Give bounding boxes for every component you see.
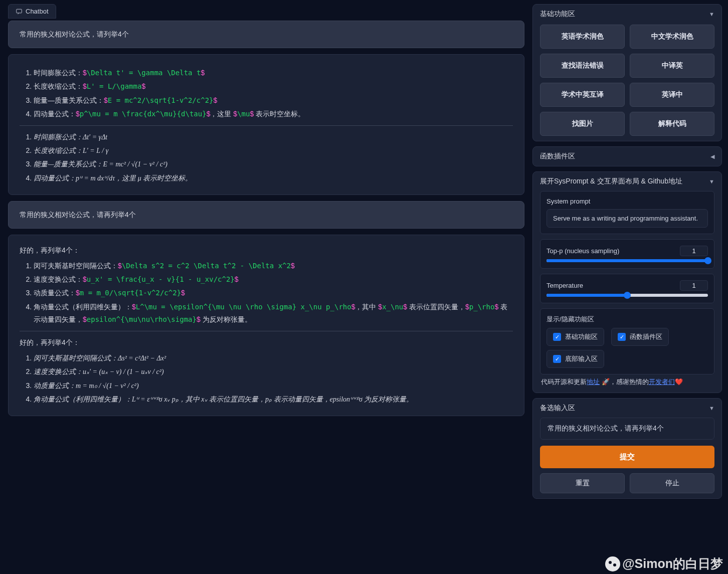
fn-grammar-check[interactable]: 查找语法错误 bbox=[540, 54, 625, 78]
toggle-plugins[interactable]: ✓函数插件区 bbox=[611, 328, 669, 346]
alt-input-field[interactable]: 常用的狭义相对论公式，请再列举4个 bbox=[540, 418, 714, 440]
fn-english-polish[interactable]: 英语学术润色 bbox=[540, 25, 625, 49]
fn-chinese-polish[interactable]: 中文学术润色 bbox=[630, 25, 714, 49]
alt-input-panel: 备选输入区 ▼ 常用的狭义相对论公式，请再列举4个 提交 重置 停止 bbox=[532, 398, 722, 499]
alt-input-title: 备选输入区 bbox=[540, 404, 575, 413]
credits-line: 代码开源和更新地址 🚀，感谢热情的开发者们❤️ bbox=[541, 377, 713, 387]
topp-slider[interactable] bbox=[547, 259, 708, 262]
plugins-panel-header[interactable]: 函数插件区 ◀ bbox=[540, 152, 714, 161]
toggle-header: 显示/隐藏功能区 bbox=[547, 315, 708, 324]
checkbox-checked-icon: ✓ bbox=[553, 333, 561, 341]
temp-block: Temperature 1 bbox=[540, 274, 714, 303]
assistant-intro-rendered: 好的，再列举4个： bbox=[20, 336, 513, 349]
fn-academic-translate[interactable]: 学术中英互译 bbox=[540, 83, 625, 107]
topp-block: Top-p (nucleus sampling) 1 bbox=[540, 239, 714, 269]
checkbox-checked-icon: ✓ bbox=[618, 333, 626, 341]
basic-panel-header[interactable]: 基础功能区 ▼ bbox=[540, 10, 714, 19]
sidebar: 基础功能区 ▼ 英语学术润色 中文学术润色 查找语法错误 中译英 学术中英互译 … bbox=[530, 0, 728, 574]
temp-value[interactable]: 1 bbox=[680, 280, 708, 291]
stop-button[interactable]: 停止 bbox=[630, 473, 714, 493]
basic-button-grid: 英语学术润色 中文学术润色 查找语法错误 中译英 学术中英互译 英译中 找图片 … bbox=[540, 25, 714, 136]
formula-list-raw: 时间膨胀公式：$\Delta t' = \gamma \Delta t$ 长度收… bbox=[20, 67, 513, 120]
chevron-down-icon: ▼ bbox=[709, 178, 714, 184]
checkbox-checked-icon: ✓ bbox=[553, 355, 561, 363]
tab-chatbot[interactable]: Chatbot bbox=[8, 4, 56, 19]
user-text: 常用的狭义相对论公式，请列举4个 bbox=[20, 30, 129, 38]
chevron-down-icon: ▼ bbox=[709, 405, 714, 411]
rocket-icon: 🚀 bbox=[602, 378, 610, 386]
sysprompt-block: System prompt Serve me as a writing and … bbox=[540, 191, 714, 234]
user-text: 常用的狭义相对论公式，请再列举4个 bbox=[20, 211, 136, 219]
heart-icon: ❤️ bbox=[675, 378, 683, 386]
sysprompt-panel: 展开SysPrompt & 交互界面布局 & Github地址 ▼ System… bbox=[532, 171, 722, 393]
fn-explain-code[interactable]: 解释代码 bbox=[630, 112, 714, 136]
toggle-basic[interactable]: ✓基础功能区 bbox=[547, 328, 604, 346]
assistant-message: 时间膨胀公式：$\Delta t' = \gamma \Delta t$ 长度收… bbox=[8, 54, 524, 195]
sysprompt-panel-header[interactable]: 展开SysPrompt & 交互界面布局 & Github地址 ▼ bbox=[540, 177, 714, 186]
user-message: 常用的狭义相对论公式，请再列举4个 bbox=[8, 201, 524, 229]
toggle-block: 显示/隐藏功能区 ✓基础功能区 ✓函数插件区 ✓底部输入区 bbox=[540, 308, 714, 374]
chat-icon bbox=[16, 8, 23, 15]
formula-list-rendered: 时间膨胀公式：Δt′ = γΔt 长度收缩公式：L′ = L / γ 能量—质量… bbox=[20, 131, 513, 184]
basic-panel: 基础功能区 ▼ 英语学术润色 中文学术润色 查找语法错误 中译英 学术中英互译 … bbox=[532, 4, 722, 141]
plugins-panel: 函数插件区 ◀ bbox=[532, 146, 722, 166]
tab-label: Chatbot bbox=[26, 8, 49, 15]
temp-slider[interactable] bbox=[547, 294, 708, 297]
fn-zh-to-en[interactable]: 中译英 bbox=[630, 54, 714, 78]
submit-button[interactable]: 提交 bbox=[540, 446, 714, 468]
topp-label: Top-p (nucleus sampling) bbox=[547, 247, 619, 255]
tab-bar: Chatbot bbox=[8, 4, 524, 19]
fn-find-image[interactable]: 找图片 bbox=[540, 112, 625, 136]
temp-label: Temperature bbox=[547, 282, 583, 289]
assistant-intro: 好的，再列举4个： bbox=[20, 244, 513, 257]
sysprompt-label: System prompt bbox=[547, 198, 708, 205]
chevron-down-icon: ▼ bbox=[709, 11, 714, 17]
user-message: 常用的狭义相对论公式，请列举4个 bbox=[8, 21, 524, 48]
svg-rect-0 bbox=[17, 9, 22, 13]
devs-link[interactable]: 开发者们 bbox=[649, 378, 675, 386]
sysprompt-panel-title: 展开SysPrompt & 交互界面布局 & Github地址 bbox=[540, 177, 682, 186]
formula-list-raw: 闵可夫斯基时空间隔公式：$\Delta s^2 = c^2 \Delta t^2… bbox=[20, 260, 513, 326]
formula-list-rendered: 闵可夫斯基时空间隔公式：Δs² = c²Δt² − Δx² 速度变换公式：uₓ′… bbox=[20, 352, 513, 406]
chevron-left-icon: ◀ bbox=[710, 153, 714, 160]
chat-pane: Chatbot 常用的狭义相对论公式，请列举4个 时间膨胀公式：$\Delta … bbox=[0, 0, 530, 574]
toggle-bottominput[interactable]: ✓底部输入区 bbox=[547, 350, 604, 368]
repo-link[interactable]: 地址 bbox=[587, 378, 600, 386]
fn-en-to-zh[interactable]: 英译中 bbox=[630, 83, 714, 107]
basic-panel-title: 基础功能区 bbox=[540, 10, 575, 19]
alt-input-header[interactable]: 备选输入区 ▼ bbox=[540, 404, 714, 413]
plugins-panel-title: 函数插件区 bbox=[540, 152, 575, 161]
reset-button[interactable]: 重置 bbox=[540, 473, 625, 493]
slider-thumb[interactable] bbox=[704, 257, 711, 264]
topp-value[interactable]: 1 bbox=[680, 246, 708, 256]
slider-thumb[interactable] bbox=[624, 292, 631, 299]
sysprompt-input[interactable]: Serve me as a writing and programming as… bbox=[547, 209, 708, 228]
assistant-message: 好的，再列举4个： 闵可夫斯基时空间隔公式：$\Delta s^2 = c^2 … bbox=[8, 235, 524, 416]
